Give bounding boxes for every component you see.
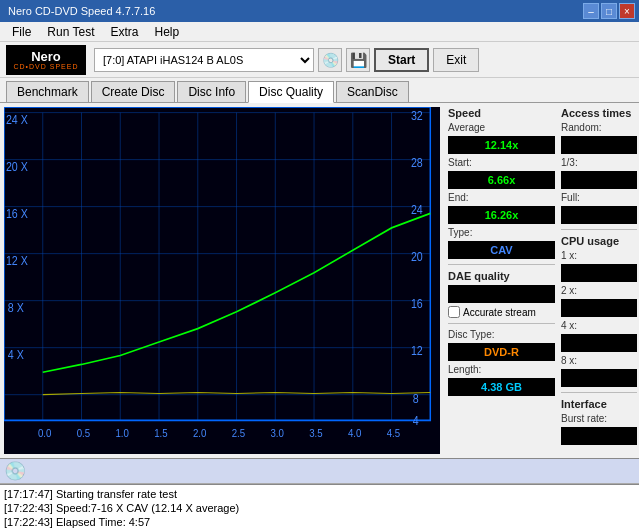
- svg-text:24: 24: [411, 204, 423, 217]
- tab-scandisc[interactable]: ScanDisc: [336, 81, 409, 102]
- svg-text:2.0: 2.0: [193, 428, 207, 440]
- chart-area: 24 X 20 X 16 X 12 X 8 X 4 X 32 28 24 20 …: [4, 107, 440, 454]
- four-x-value: [561, 334, 637, 352]
- nero-logo: Nero CD•DVD SPEED: [6, 45, 86, 75]
- svg-text:4 X: 4 X: [8, 348, 24, 361]
- window-controls: – □ ×: [583, 3, 635, 19]
- svg-text:12 X: 12 X: [6, 254, 28, 267]
- eject-button[interactable]: 💿: [318, 48, 342, 72]
- accurate-stream-row: Accurate stream: [448, 306, 555, 318]
- svg-text:3.5: 3.5: [309, 428, 323, 440]
- log-header: 💿: [0, 459, 639, 484]
- svg-text:20 X: 20 X: [6, 160, 28, 173]
- start-value: 6.66x: [448, 171, 555, 189]
- maximize-button[interactable]: □: [601, 3, 617, 19]
- exit-button[interactable]: Exit: [433, 48, 479, 72]
- title-bar: Nero CD-DVD Speed 4.7.7.16 – □ ×: [0, 0, 639, 22]
- disc-length-value: 4.38 GB: [448, 378, 555, 396]
- cpu-title: CPU usage: [561, 235, 637, 247]
- start-button[interactable]: Start: [374, 48, 429, 72]
- eight-x-value: [561, 369, 637, 387]
- log-entry-0: [17:17:47] Starting transfer rate test: [4, 487, 635, 501]
- svg-text:4.5: 4.5: [387, 428, 401, 440]
- svg-text:3.0: 3.0: [270, 428, 284, 440]
- svg-text:32: 32: [411, 110, 423, 123]
- two-x-label: 2 x:: [561, 285, 637, 296]
- menu-runtest[interactable]: Run Test: [39, 23, 102, 41]
- disc-type-value: DVD-R: [448, 343, 555, 361]
- disc-length-label: Length:: [448, 364, 555, 375]
- svg-text:0.5: 0.5: [77, 428, 91, 440]
- random-label: Random:: [561, 122, 637, 133]
- svg-text:24 X: 24 X: [6, 113, 28, 126]
- right-panel: Speed Average 12.14x Start: 6.66x End: 1…: [444, 103, 559, 458]
- end-label: End:: [448, 192, 469, 203]
- svg-rect-0: [4, 107, 440, 454]
- two-x-value: [561, 299, 637, 317]
- full-label: Full:: [561, 192, 637, 203]
- svg-text:4: 4: [413, 414, 419, 427]
- tab-discinfo[interactable]: Disc Info: [177, 81, 246, 102]
- speed-section-title: Speed: [448, 107, 555, 119]
- svg-text:8: 8: [413, 392, 419, 405]
- accurate-stream-checkbox[interactable]: [448, 306, 460, 318]
- app-title: Nero CD-DVD Speed 4.7.7.16: [4, 5, 155, 17]
- start-label: Start:: [448, 157, 472, 168]
- tab-discquality[interactable]: Disc Quality: [248, 81, 334, 103]
- disc-type-label: Disc Type:: [448, 329, 555, 340]
- tab-benchmark[interactable]: Benchmark: [6, 81, 89, 102]
- svg-text:16 X: 16 X: [6, 207, 28, 220]
- toolbar: Nero CD•DVD SPEED [7:0] ATAPI iHAS124 B …: [0, 42, 639, 78]
- one-third-label: 1/3:: [561, 157, 637, 168]
- interface-title: Interface: [561, 398, 637, 410]
- one-x-label: 1 x:: [561, 250, 637, 261]
- access-panel: Access times Random: 1/3: Full: CPU usag…: [559, 103, 639, 458]
- one-third-value: [561, 171, 637, 189]
- save-button[interactable]: 💾: [346, 48, 370, 72]
- burst-rate-label: Burst rate:: [561, 413, 637, 424]
- chart-svg: 24 X 20 X 16 X 12 X 8 X 4 X 32 28 24 20 …: [4, 107, 440, 454]
- menu-bar: File Run Test Extra Help: [0, 22, 639, 42]
- access-title: Access times: [561, 107, 637, 119]
- close-button[interactable]: ×: [619, 3, 635, 19]
- random-value: [561, 136, 637, 154]
- average-label: Average: [448, 122, 555, 133]
- svg-text:16: 16: [411, 298, 423, 311]
- minimize-button[interactable]: –: [583, 3, 599, 19]
- start-row: Start:: [448, 157, 555, 168]
- nero-logo-bottom: CD•DVD SPEED: [13, 63, 78, 70]
- dae-value: [448, 285, 555, 303]
- type-value: CAV: [448, 241, 555, 259]
- svg-text:20: 20: [411, 251, 423, 264]
- full-value: [561, 206, 637, 224]
- svg-text:1.5: 1.5: [154, 428, 168, 440]
- menu-extra[interactable]: Extra: [102, 23, 146, 41]
- svg-text:0.0: 0.0: [38, 428, 52, 440]
- disc-icon: 💿: [4, 460, 26, 482]
- svg-text:28: 28: [411, 157, 423, 170]
- type-label: Type:: [448, 227, 555, 238]
- tab-createdisc[interactable]: Create Disc: [91, 81, 176, 102]
- log-entry-2: [17:22:43] Elapsed Time: 4:57: [4, 515, 635, 529]
- burst-rate-value: [561, 427, 637, 445]
- svg-text:12: 12: [411, 345, 423, 358]
- tab-bar: Benchmark Create Disc Disc Info Disc Qua…: [0, 78, 639, 103]
- end-row: End:: [448, 192, 555, 203]
- dae-section-title: DAE quality: [448, 270, 555, 282]
- menu-help[interactable]: Help: [147, 23, 188, 41]
- eight-x-label: 8 x:: [561, 355, 637, 366]
- log-entry-1: [17:22:43] Speed:7-16 X CAV (12.14 X ave…: [4, 501, 635, 515]
- svg-text:2.5: 2.5: [232, 428, 246, 440]
- nero-logo-top: Nero: [31, 50, 61, 63]
- accurate-stream-label: Accurate stream: [463, 307, 536, 318]
- log-area: [17:17:47] Starting transfer rate test […: [0, 484, 639, 529]
- log-section: 💿 [17:17:47] Starting transfer rate test…: [0, 458, 639, 528]
- drive-selector[interactable]: [7:0] ATAPI iHAS124 B AL0S: [94, 48, 314, 72]
- one-x-value: [561, 264, 637, 282]
- svg-text:1.0: 1.0: [115, 428, 129, 440]
- menu-file[interactable]: File: [4, 23, 39, 41]
- end-value: 16.26x: [448, 206, 555, 224]
- svg-text:8 X: 8 X: [8, 301, 24, 314]
- svg-text:4.0: 4.0: [348, 428, 362, 440]
- average-value: 12.14x: [448, 136, 555, 154]
